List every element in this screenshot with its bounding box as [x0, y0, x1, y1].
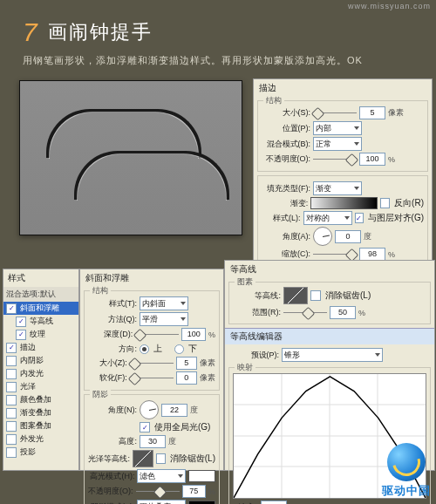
style-checkbox[interactable]: ✓ — [6, 343, 17, 353]
hopac-input[interactable]: 75 — [182, 485, 206, 498]
contour-pick-label: 等高线: — [232, 290, 281, 302]
dir-up-radio[interactable] — [140, 344, 149, 354]
size-slider[interactable] — [313, 109, 357, 118]
page-title: 画闹钟提手 — [48, 19, 153, 45]
watermark-text: www.missyuan.com — [348, 2, 431, 10]
smode-select[interactable]: 正片叠底 — [137, 500, 186, 504]
angle-unit: 度 — [364, 231, 371, 242]
reverse-checkbox[interactable] — [380, 198, 391, 208]
range-label: 范围(R): — [232, 307, 281, 318]
preview-image — [19, 80, 242, 235]
bangle-dial[interactable] — [140, 400, 159, 419]
size-input[interactable]: 5 — [359, 106, 385, 119]
style-item[interactable]: 光泽 — [3, 380, 78, 393]
opac-slider[interactable] — [313, 155, 357, 164]
curve-input[interactable] — [261, 501, 287, 504]
smode-label: 阴影模式(A): — [88, 501, 134, 505]
balt-input[interactable]: 30 — [140, 435, 166, 448]
style-checkbox[interactable] — [6, 421, 17, 432]
blend-select[interactable]: 正常 — [313, 137, 362, 151]
style-item[interactable]: 内发光 — [3, 367, 78, 380]
style-checkbox[interactable]: ✓ — [16, 317, 26, 327]
bdepth-input[interactable]: 100 — [181, 328, 206, 341]
gloss-contour-thumb[interactable] — [133, 450, 153, 467]
hopac-slider[interactable] — [136, 487, 180, 496]
footer-logo: 驱动中国 — [382, 443, 431, 499]
hmode-label: 高光模式(H): — [88, 471, 134, 482]
range-slider[interactable] — [283, 309, 327, 317]
scale-slider[interactable] — [313, 250, 357, 259]
btech-label: 方法(Q): — [88, 314, 137, 325]
angle-dial[interactable] — [313, 227, 332, 246]
balt-unit: 度 — [168, 436, 176, 447]
style-checkbox[interactable] — [6, 395, 17, 405]
style-checkbox[interactable] — [6, 369, 17, 379]
contour-anti-label: 消除锯齿(L) — [325, 289, 371, 302]
contour-thumb[interactable] — [283, 287, 308, 304]
range-input[interactable]: 50 — [330, 306, 356, 319]
dir-down-radio[interactable] — [174, 344, 184, 354]
opac-input[interactable]: 100 — [359, 153, 385, 166]
style-checkbox[interactable]: ✓ — [16, 330, 26, 340]
contour-panel: 等高线 图素 等高线:消除锯齿(L) 范围(R):50% 等高线编辑器 预设(P… — [224, 260, 435, 471]
bangle-input[interactable]: 22 — [161, 404, 187, 417]
style-checkbox[interactable] — [6, 356, 17, 366]
style-checkbox[interactable]: ✓ — [6, 303, 17, 314]
bangle-unit: 度 — [190, 405, 198, 416]
style-checkbox[interactable] — [6, 447, 17, 458]
style-checkbox[interactable] — [6, 382, 17, 392]
style-item[interactable]: 投影 — [3, 446, 78, 459]
filltype-select[interactable]: 渐变 — [313, 181, 362, 195]
style-label: 外发光 — [20, 433, 44, 445]
style-label: 等高线 — [30, 316, 53, 327]
style-item[interactable]: ✓纹理 — [3, 328, 78, 341]
style-item[interactable]: 图案叠加 — [3, 419, 78, 432]
style-item[interactable]: ✓描边 — [3, 341, 78, 354]
bdepth-label: 深度(D): — [88, 329, 133, 340]
preset-select[interactable]: 锥形 — [282, 348, 383, 362]
shadow-color[interactable] — [188, 501, 215, 504]
style-checkbox[interactable] — [6, 434, 17, 445]
style-item[interactable]: 颜色叠加 — [3, 393, 78, 406]
bsoft-slider[interactable] — [130, 374, 174, 383]
pos-select[interactable]: 内部 — [313, 121, 362, 135]
bsoft-label: 软化(F): — [88, 372, 127, 384]
style-label: 样式(L): — [262, 213, 301, 224]
scale-input[interactable]: 98 — [359, 248, 385, 261]
bdepth-slider[interactable] — [135, 330, 179, 339]
gradient-swatch[interactable] — [310, 197, 377, 209]
style-label: 图案叠加 — [20, 420, 51, 432]
contour-anti-checkbox[interactable] — [310, 290, 321, 301]
struct-label: 结构 — [263, 95, 284, 106]
highlight-color[interactable] — [188, 470, 215, 482]
logo-icon — [387, 443, 426, 481]
style-checkbox[interactable] — [6, 408, 17, 419]
btech-select[interactable]: 平滑 — [140, 312, 188, 326]
style-select[interactable]: 对称的 — [303, 211, 352, 225]
style-item[interactable]: 内阴影 — [3, 354, 78, 367]
blend-label: 混合模式(B): — [262, 139, 310, 150]
bsize-input[interactable]: 5 — [176, 357, 197, 370]
align-checkbox[interactable]: ✓ — [355, 213, 364, 223]
editor-titlebar: 等高线编辑器 — [225, 328, 434, 344]
page-header: 7 画闹钟提手 — [23, 17, 153, 47]
bsoft-input[interactable]: 0 — [176, 371, 197, 385]
style-item[interactable]: 渐变叠加 — [3, 406, 78, 419]
style-item[interactable]: ✓等高线 — [3, 315, 78, 328]
hmode-select[interactable]: 滤色 — [137, 469, 186, 483]
gloss-anti-checkbox[interactable] — [156, 453, 166, 464]
style-label: 内发光 — [20, 368, 44, 379]
global-label: 使用全局光(G) — [154, 421, 210, 433]
bstyle-label: 样式(T): — [88, 298, 137, 310]
styles-list: 混合选项:默认✓斜面和浮雕✓等高线✓纹理✓描边内阴影内发光光泽颜色叠加渐变叠加图… — [3, 287, 78, 459]
angle-input[interactable]: 0 — [335, 230, 361, 243]
bdir-label: 方向: — [88, 344, 137, 355]
stroke-panel: 描边 结构 大小(S):5像素 位置(P):内部 混合模式(B):正常 不透明度… — [253, 78, 433, 262]
style-item[interactable]: 外发光 — [3, 432, 78, 446]
style-item[interactable]: ✓斜面和浮雕 — [3, 302, 78, 315]
bstyle-select[interactable]: 内斜面 — [140, 296, 188, 310]
bsize-unit: 像素 — [200, 358, 215, 369]
global-checkbox[interactable]: ✓ — [140, 422, 150, 432]
bsoft-unit: 像素 — [200, 372, 215, 384]
bsize-slider[interactable] — [130, 359, 174, 368]
